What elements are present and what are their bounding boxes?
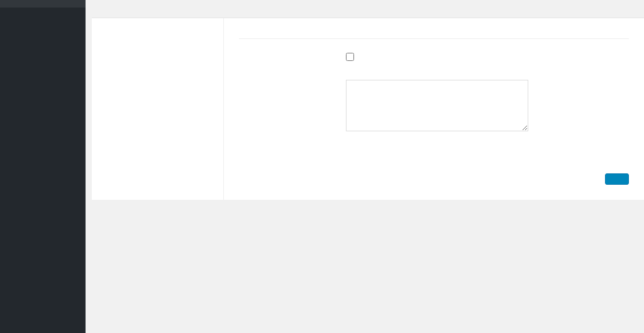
admin-sidebar — [0, 0, 86, 333]
field-filter — [346, 153, 629, 155]
settings-tabs — [92, 18, 224, 200]
settings-content — [224, 18, 644, 200]
page-title — [86, 0, 644, 18]
label-enable — [239, 53, 346, 65]
keywords-textarea[interactable] — [346, 80, 528, 131]
field-keywords — [346, 80, 629, 138]
save-button[interactable] — [605, 173, 629, 185]
row-filter — [239, 153, 629, 155]
field-enable — [346, 53, 629, 65]
enable-checkbox-wrap[interactable] — [346, 53, 629, 61]
settings-panel — [92, 18, 644, 200]
row-keywords — [239, 80, 629, 138]
row-enable — [239, 53, 629, 65]
label-filter — [239, 153, 346, 155]
label-keywords — [239, 80, 346, 138]
main-area — [86, 0, 644, 333]
actions — [239, 173, 629, 185]
content-heading — [239, 30, 629, 39]
enable-checkbox[interactable] — [346, 53, 354, 61]
